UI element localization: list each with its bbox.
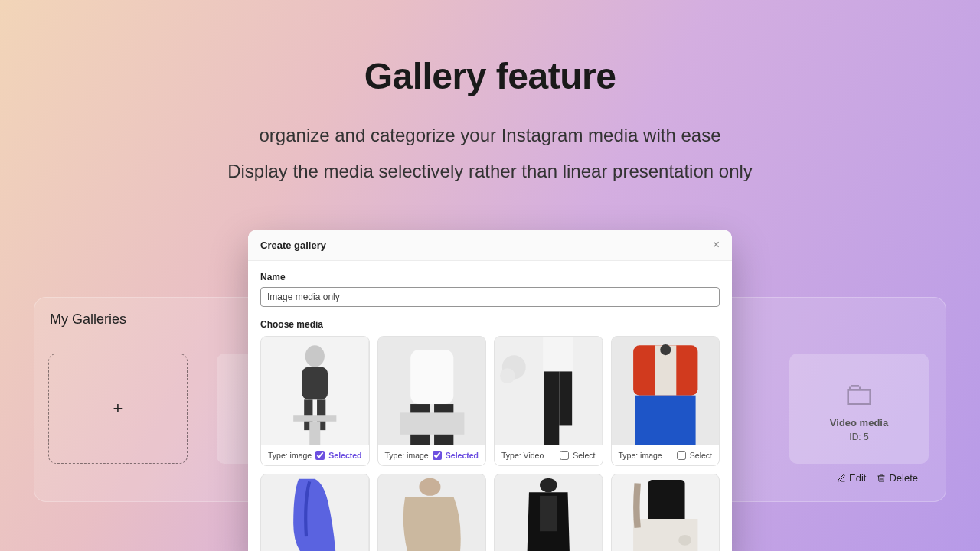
trash-icon bbox=[877, 474, 886, 483]
modal-header: Create gallery × bbox=[248, 230, 732, 261]
folder-icon: 🗀 bbox=[843, 376, 875, 412]
pencil-icon bbox=[837, 474, 846, 483]
media-thumb bbox=[378, 337, 486, 445]
gallery-card-label: Video media bbox=[830, 417, 888, 429]
media-thumb bbox=[261, 337, 369, 445]
svg-rect-6 bbox=[309, 422, 320, 445]
svg-rect-13 bbox=[543, 337, 573, 371]
svg-point-1 bbox=[305, 345, 325, 367]
choose-media-label: Choose media bbox=[260, 319, 720, 330]
media-checkbox[interactable] bbox=[433, 451, 442, 460]
media-checkbox[interactable] bbox=[315, 451, 325, 460]
media-thumb bbox=[495, 337, 603, 445]
hero-subtitle-2: Display the media selectively rather tha… bbox=[0, 155, 980, 187]
media-item[interactable]: Type: image Selected bbox=[260, 336, 370, 466]
media-select[interactable]: Selected bbox=[315, 451, 361, 460]
media-item[interactable]: Type: image Selected bbox=[377, 336, 487, 466]
hero: Gallery feature organize and categorize … bbox=[0, 0, 980, 187]
svg-rect-5 bbox=[293, 415, 336, 422]
page-title: Gallery feature bbox=[0, 55, 980, 97]
svg-rect-8 bbox=[410, 350, 453, 404]
add-gallery-card[interactable]: + bbox=[48, 354, 188, 464]
media-grid: Type: image Selected Type: image Selecte… bbox=[260, 336, 720, 466]
media-checkbox[interactable] bbox=[560, 451, 569, 460]
svg-rect-2 bbox=[302, 367, 328, 400]
create-gallery-modal: Create gallery × Name Choose media Type:… bbox=[248, 230, 732, 551]
hero-subtitle-1: organize and categorize your Instagram m… bbox=[0, 119, 980, 152]
media-type: Type: Video bbox=[501, 451, 544, 460]
svg-rect-31 bbox=[633, 519, 697, 551]
svg-rect-21 bbox=[635, 396, 695, 445]
media-checkbox[interactable] bbox=[677, 451, 686, 460]
svg-rect-14 bbox=[544, 371, 560, 445]
svg-point-22 bbox=[660, 344, 671, 355]
gallery-card-actions: Edit Delete bbox=[837, 472, 918, 484]
media-select[interactable]: Select bbox=[677, 451, 712, 460]
svg-rect-11 bbox=[400, 412, 464, 434]
media-select[interactable]: Selected bbox=[433, 451, 479, 460]
svg-point-25 bbox=[419, 478, 440, 496]
media-item[interactable] bbox=[611, 474, 720, 551]
media-thumb bbox=[495, 474, 603, 551]
media-thumb bbox=[612, 337, 720, 445]
media-select[interactable]: Select bbox=[560, 451, 595, 460]
edit-button[interactable]: Edit bbox=[837, 472, 866, 484]
gallery-card-video[interactable]: 🗀 Video media ID: 5 bbox=[789, 354, 929, 464]
svg-rect-28 bbox=[540, 496, 557, 531]
delete-button[interactable]: Delete bbox=[877, 472, 918, 484]
gallery-name-input[interactable] bbox=[260, 287, 720, 307]
svg-point-27 bbox=[540, 478, 557, 493]
svg-rect-30 bbox=[648, 480, 684, 523]
media-item[interactable]: Type: Video Select bbox=[494, 336, 603, 466]
modal-body: Name Choose media Type: image Selected bbox=[248, 261, 732, 551]
media-type: Type: image bbox=[385, 451, 429, 460]
name-label: Name bbox=[260, 272, 720, 282]
svg-point-17 bbox=[500, 368, 515, 383]
gallery-card-id: ID: 5 bbox=[849, 432, 868, 442]
media-item[interactable]: Type: image Select bbox=[611, 336, 720, 466]
media-grid-row2 bbox=[260, 474, 720, 551]
close-icon[interactable]: × bbox=[713, 239, 720, 251]
svg-point-32 bbox=[678, 535, 691, 546]
plus-icon: + bbox=[113, 399, 123, 419]
media-type: Type: image bbox=[619, 451, 662, 460]
media-thumb bbox=[612, 474, 720, 551]
media-thumb bbox=[261, 474, 369, 551]
media-item[interactable] bbox=[377, 474, 487, 551]
media-thumb bbox=[378, 474, 486, 551]
svg-rect-15 bbox=[559, 371, 572, 425]
media-type: Type: image bbox=[268, 451, 312, 460]
modal-title: Create gallery bbox=[260, 240, 326, 251]
media-item[interactable] bbox=[260, 474, 370, 551]
media-item[interactable] bbox=[494, 474, 603, 551]
